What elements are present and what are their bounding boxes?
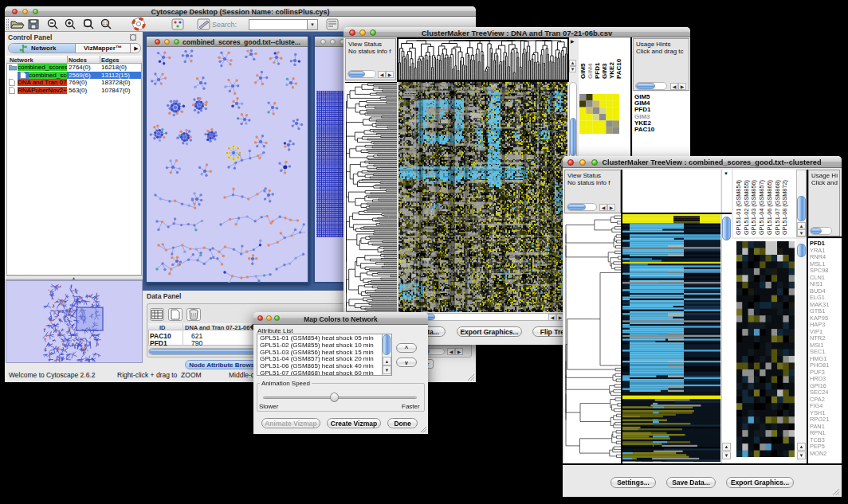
svg-text:GPL51-02 (GSM855): GPL51-02 (GSM855): [743, 180, 750, 235]
svg-text:GIM3: GIM3: [601, 63, 608, 79]
svg-text:GPL51-06 (GSM865): GPL51-06 (GSM865): [766, 180, 773, 235]
svg-text:GPL51-08 (GSM872): GPL51-08 (GSM872): [781, 180, 788, 235]
svg-text:GIM5: GIM5: [579, 63, 587, 79]
svg-text:GPL51-03 (GSM856): GPL51-03 (GSM856): [750, 180, 757, 235]
svg-text:GPL51-01 (GSM854): GPL51-01 (GSM854): [735, 180, 742, 235]
svg-text:1:1: 1:1: [103, 21, 108, 25]
svg-text:GIM4: GIM4: [587, 63, 594, 79]
svg-text:PAC10: PAC10: [615, 58, 622, 79]
svg-text:YKE2: YKE2: [608, 62, 615, 79]
svg-text:PFD1: PFD1: [594, 62, 601, 79]
svg-text:GPL51-07 (GSM868): GPL51-07 (GSM868): [774, 180, 781, 235]
svg-text:GPL51-04 (GSM857): GPL51-04 (GSM857): [758, 180, 765, 235]
